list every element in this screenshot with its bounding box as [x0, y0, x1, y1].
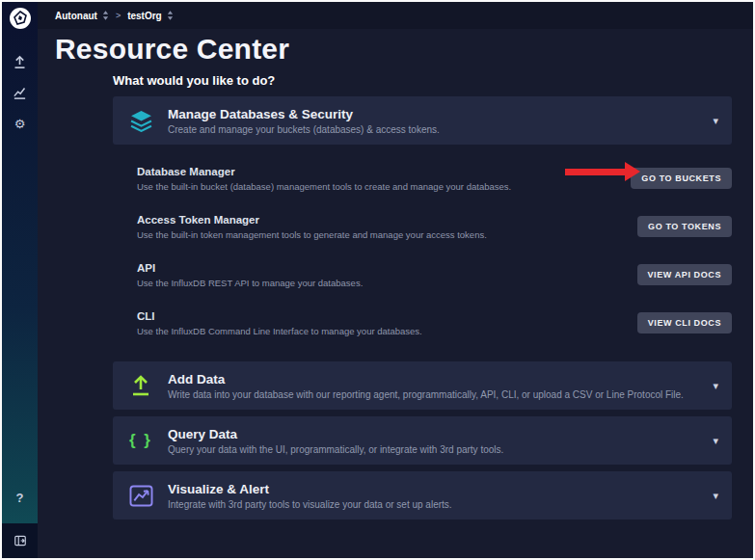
- page-subtitle: What would you like to do?: [113, 73, 732, 88]
- section-add-data: Add Data Write data into your database w…: [113, 361, 732, 410]
- section-subtitle: Integrate with 3rd party tools to visual…: [168, 499, 703, 510]
- section-title-group: Visualize & Alert Integrate with 3rd par…: [168, 482, 703, 510]
- row-desc: Use the built-in bucket (database) manag…: [137, 181, 511, 192]
- view-cli-docs-button[interactable]: VIEW CLI DOCS: [637, 312, 732, 333]
- row-database-manager: Database Manager Use the built-in bucket…: [137, 154, 732, 202]
- breadcrumb-suborg[interactable]: testOrg: [127, 11, 162, 21]
- section-title: Query Data: [168, 427, 703, 441]
- chart-icon: [129, 485, 168, 507]
- breadcrumb-org[interactable]: Autonaut: [55, 11, 97, 21]
- suborg-switcher-icon[interactable]: [167, 11, 174, 20]
- row-desc: Use the InfluxDB REST API to manage your…: [137, 278, 363, 288]
- chevron-down-icon[interactable]: ▾: [713, 380, 718, 392]
- row-title: Database Manager: [137, 166, 511, 177]
- resource-center-content: What would you like to do? Manage Databa…: [113, 67, 732, 526]
- row-access-token-manager: Access Token Manager Use the built-in to…: [137, 202, 732, 251]
- row-text: Database Manager Use the built-in bucket…: [137, 166, 511, 192]
- breadcrumb-bar: Autonaut > testOrg: [38, 2, 753, 29]
- influxdb-logo[interactable]: [10, 8, 31, 29]
- row-title: CLI: [137, 310, 422, 322]
- row-text: CLI Use the InfluxDB Command Line Interf…: [137, 310, 422, 336]
- section-title: Add Data: [168, 372, 703, 387]
- gear-icon[interactable]: ⚙: [8, 111, 33, 136]
- section-query-data: { } Query Data Query your data with the …: [113, 416, 732, 465]
- influxdb-logo-glyph: [13, 11, 28, 26]
- row-text: API Use the InfluxDB REST API to manage …: [137, 262, 363, 288]
- graph-nav-icon[interactable]: [8, 80, 33, 105]
- chevron-down-icon[interactable]: ▾: [713, 115, 718, 127]
- breadcrumb-separator: >: [114, 11, 122, 20]
- row-api: API Use the InfluxDB REST API to manage …: [137, 251, 732, 299]
- org-switcher-icon[interactable]: [102, 11, 109, 20]
- row-title: Access Token Manager: [137, 214, 487, 226]
- section-subtitle: Query your data with the UI, programmati…: [168, 444, 703, 455]
- upload-icon: [129, 374, 168, 397]
- section-title-group: Add Data Write data into your database w…: [168, 372, 703, 400]
- section-title-group: Query Data Query your data with the UI, …: [168, 427, 703, 455]
- row-desc: Use the built-in token management tools …: [137, 229, 487, 240]
- section-title: Manage Databases & Security: [168, 107, 703, 121]
- section-subtitle: Write data into your database with our r…: [168, 389, 703, 400]
- row-text: Access Token Manager Use the built-in to…: [137, 214, 487, 240]
- section-subtitle: Create and manage your buckets (database…: [168, 124, 703, 135]
- row-desc: Use the InfluxDB Command Line Interface …: [137, 326, 422, 336]
- section-header-manage-databases[interactable]: Manage Databases & Security Create and m…: [113, 96, 732, 145]
- section-visualize-alert: Visualize & Alert Integrate with 3rd par…: [113, 471, 732, 520]
- page-title: Resource Center: [55, 33, 753, 66]
- layers-icon: [129, 110, 168, 132]
- braces-glyph: { }: [129, 431, 152, 450]
- panel-toggle-icon[interactable]: [8, 528, 33, 553]
- section-rows: Database Manager Use the built-in bucket…: [113, 145, 732, 355]
- section-title-group: Manage Databases & Security Create and m…: [168, 107, 703, 135]
- row-cli: CLI Use the InfluxDB Command Line Interf…: [137, 299, 732, 347]
- chevron-down-icon[interactable]: ▾: [713, 490, 718, 502]
- go-to-buckets-button[interactable]: GO TO BUCKETS: [631, 168, 732, 189]
- braces-icon: { }: [129, 431, 168, 450]
- section-title: Visualize & Alert: [168, 482, 703, 496]
- view-api-docs-button[interactable]: VIEW API DOCS: [637, 264, 732, 285]
- sidebar-toggle-strip: [2, 523, 38, 558]
- upload-nav-icon[interactable]: [8, 49, 33, 74]
- main-area: Autonaut > testOrg Resource Center What …: [38, 2, 753, 558]
- section-header-add-data[interactable]: Add Data Write data into your database w…: [113, 361, 732, 410]
- go-to-tokens-button[interactable]: GO TO TOKENS: [637, 216, 732, 237]
- chevron-down-icon[interactable]: ▾: [713, 435, 718, 447]
- section-header-visualize-alert[interactable]: Visualize & Alert Integrate with 3rd par…: [113, 471, 732, 520]
- help-icon[interactable]: ?: [8, 485, 33, 510]
- nav-sidebar: ⚙ ?: [2, 2, 38, 558]
- row-title: API: [137, 262, 363, 274]
- app-window: ⚙ ? Autonaut > testOrg Resource Center: [0, 0, 755, 560]
- section-manage-databases: Manage Databases & Security Create and m…: [113, 96, 732, 355]
- section-header-query-data[interactable]: { } Query Data Query your data with the …: [113, 416, 732, 465]
- sidebar-bottom-group: ?: [2, 482, 38, 558]
